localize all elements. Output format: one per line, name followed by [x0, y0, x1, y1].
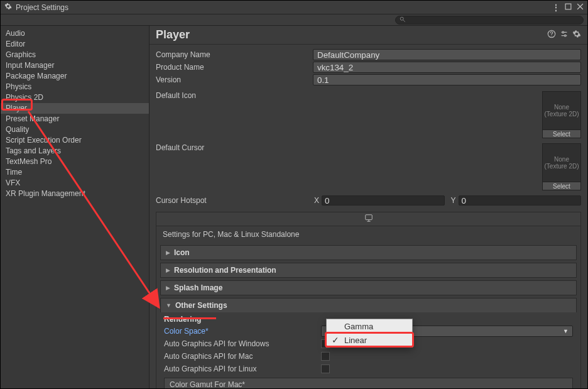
color-space-dropdown-popup: Gamma ✓ Linear	[326, 319, 413, 348]
svg-rect-0	[565, 4, 571, 9]
arrow-right-icon: ▶	[166, 285, 170, 291]
texture2d-label: (Texture 2D)	[544, 111, 579, 118]
foldout-resolution-label: Resolution and Presentation	[174, 266, 276, 275]
settings-gear-icon[interactable]	[572, 30, 581, 40]
sidebar-item-textmesh-pro[interactable]: TextMesh Pro	[1, 156, 149, 167]
default-icon-label: Default Icon	[156, 91, 313, 100]
default-cursor-select-button[interactable]: Select	[542, 182, 581, 190]
auto-gfx-windows-label: Auto Graphics API for Windows	[164, 339, 321, 348]
page-title: Player	[156, 28, 547, 41]
sidebar-item-quality[interactable]: Quality	[1, 124, 149, 135]
arrow-right-icon: ▶	[166, 249, 170, 256]
dropdown-option-linear[interactable]: ✓ Linear	[327, 333, 412, 347]
auto-gfx-linux-checkbox[interactable]	[321, 364, 330, 373]
svg-point-10	[564, 35, 566, 36]
check-icon: ✓	[332, 335, 344, 345]
sidebar-item-player[interactable]: Player	[1, 103, 149, 114]
sidebar-item-physics-2d[interactable]: Physics 2D	[1, 92, 149, 103]
default-icon-picker[interactable]: None (Texture 2D)	[542, 91, 581, 130]
menu-icon[interactable]: ⋮	[552, 3, 560, 12]
x-axis-label: X	[313, 196, 319, 205]
y-axis-label: Y	[450, 196, 456, 205]
sidebar-item-editor[interactable]: Editor	[1, 39, 149, 50]
auto-gfx-mac-label: Auto Graphics API for Mac	[164, 352, 321, 361]
default-cursor-picker[interactable]: None (Texture 2D)	[542, 143, 581, 182]
dropdown-option-label: Gamma	[344, 322, 373, 331]
svg-point-6	[551, 36, 552, 36]
platform-settings-box: Settings for PC, Mac & Linux Standalone …	[156, 212, 581, 389]
auto-gfx-linux-label: Auto Graphics API for Linux	[164, 364, 321, 373]
maximize-icon[interactable]	[565, 3, 572, 12]
titlebar: Project Settings ⋮	[1, 1, 587, 14]
sidebar-item-preset-manager[interactable]: Preset Manager	[1, 114, 149, 124]
presets-icon[interactable]	[560, 30, 569, 40]
arrow-right-icon: ▶	[166, 267, 170, 273]
dropdown-option-label: Linear	[344, 336, 367, 345]
auto-gfx-mac-checkbox[interactable]	[321, 352, 330, 361]
sidebar-item-vfx[interactable]: VFX	[1, 178, 149, 189]
color-gamut-mac-row: Color Gamut For Mac*	[164, 378, 573, 389]
foldout-icon-label: Icon	[174, 248, 190, 257]
platform-tab-strip	[156, 212, 580, 226]
sidebar-item-script-execution-order[interactable]: Script Execution Order	[1, 135, 149, 146]
search-icon	[400, 16, 406, 25]
gear-icon	[4, 3, 12, 12]
company-name-label: Company Name	[156, 50, 313, 59]
svg-rect-11	[365, 215, 372, 220]
foldout-splash[interactable]: ▶ Splash Image	[160, 280, 577, 295]
sidebar-item-time[interactable]: Time	[1, 167, 149, 178]
hotspot-y-input[interactable]	[459, 195, 582, 205]
version-input[interactable]	[313, 74, 581, 85]
sidebar-item-tags-and-layers[interactable]: Tags and Layers	[1, 146, 149, 156]
svg-point-9	[562, 31, 564, 33]
foldout-other-label: Other Settings	[175, 301, 227, 310]
color-gamut-mac-label: Color Gamut For Mac*	[170, 380, 245, 389]
sidebar-item-package-manager[interactable]: Package Manager	[1, 71, 149, 82]
foldout-other-settings[interactable]: ▼ Other Settings	[160, 298, 577, 312]
foldout-resolution[interactable]: ▶ Resolution and Presentation	[160, 263, 577, 278]
color-space-label: Color Space*	[164, 327, 321, 336]
none-label: None	[554, 104, 569, 111]
cursor-hotspot-label: Cursor Hotspot	[156, 196, 313, 205]
svg-point-3	[400, 17, 403, 20]
sidebar-item-audio[interactable]: Audio	[1, 28, 149, 39]
foldout-splash-label: Splash Image	[174, 283, 222, 292]
none-label: None	[554, 156, 569, 163]
product-name-input[interactable]	[313, 62, 581, 73]
close-icon[interactable]	[577, 3, 584, 12]
hotspot-x-input[interactable]	[322, 195, 445, 205]
svg-line-4	[403, 19, 405, 21]
version-label: Version	[156, 75, 313, 84]
default-cursor-label: Default Cursor	[156, 143, 313, 152]
texture2d-label: (Texture 2D)	[544, 163, 579, 170]
product-name-label: Product Name	[156, 63, 313, 72]
sidebar-item-input-manager[interactable]: Input Manager	[1, 60, 149, 71]
company-name-input[interactable]	[313, 49, 581, 60]
settings-for-label: Settings for PC, Mac & Linux Standalone	[156, 226, 580, 243]
chevron-down-icon: ▼	[563, 328, 569, 334]
monitor-icon[interactable]	[364, 214, 373, 224]
searchbar	[1, 14, 587, 26]
sidebar-item-physics[interactable]: Physics	[1, 82, 149, 92]
annotation-underline-colorspace	[163, 317, 216, 319]
sidebar-item-graphics[interactable]: Graphics	[1, 50, 149, 60]
help-icon[interactable]	[547, 30, 556, 40]
search-input[interactable]	[395, 16, 584, 25]
sidebar: Audio Editor Graphics Input Manager Pack…	[1, 26, 150, 389]
foldout-icon[interactable]: ▶ Icon	[160, 245, 577, 260]
dropdown-option-gamma[interactable]: Gamma	[327, 319, 412, 333]
arrow-down-icon: ▼	[166, 302, 172, 309]
window-title: Project Settings	[16, 3, 68, 12]
sidebar-item-xr-plugin-management[interactable]: XR Plugin Management	[1, 189, 149, 199]
default-icon-select-button[interactable]: Select	[542, 129, 581, 138]
